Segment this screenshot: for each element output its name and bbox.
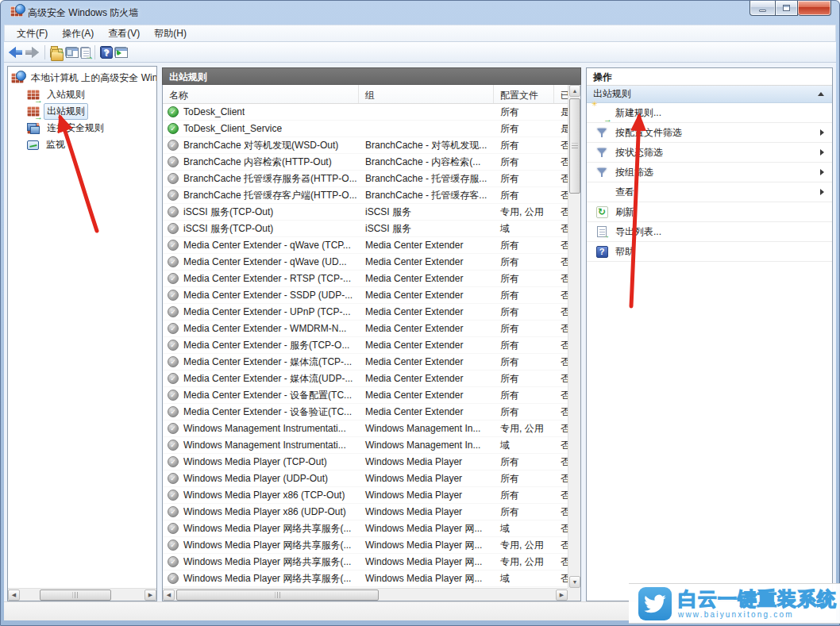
scroll-left-arrow[interactable]: ◀ xyxy=(163,590,175,601)
filter-icon xyxy=(596,167,607,178)
help-action[interactable]: 帮助 xyxy=(587,242,832,262)
rule-disabled-icon xyxy=(168,573,179,584)
actions-pane-title: 操作 xyxy=(587,68,832,86)
rule-row[interactable]: Windows Management Instrumentati... Wind… xyxy=(163,421,568,437)
refresh-action[interactable]: 刷新 xyxy=(587,202,832,222)
rule-profile: 所有 xyxy=(494,172,554,186)
rule-disabled-icon xyxy=(168,223,179,234)
rule-row[interactable]: Windows Media Player 网络共享服务(... Windows … xyxy=(163,570,568,587)
close-button[interactable] xyxy=(798,1,831,16)
rule-row[interactable]: Windows Media Player (UDP-Out) Windows M… xyxy=(163,470,568,487)
rule-enabled: 否 xyxy=(554,505,568,519)
export-list-action[interactable]: 导出列表... xyxy=(587,222,832,242)
rule-row[interactable]: BranchCache 托管缓存服务器(HTTP-O... BranchCach… xyxy=(163,171,568,187)
results-vertical-scrollbar[interactable]: ▲ ▼ xyxy=(568,85,580,588)
rule-enabled: 否 xyxy=(554,389,568,402)
rule-row[interactable]: Media Center Extender - 服务(TCP-O... Medi… xyxy=(163,337,568,354)
scroll-left-arrow[interactable]: ◀ xyxy=(8,590,20,601)
column-header-name[interactable]: 名称 xyxy=(163,85,359,103)
rule-row[interactable]: Media Center Extender - 设备配置(TC... Media… xyxy=(163,387,568,404)
restore-button[interactable] xyxy=(776,1,798,16)
tree-item[interactable]: 入站规则 xyxy=(8,86,156,103)
rule-row[interactable]: Media Center Extender - qWave (UD... Med… xyxy=(163,254,568,271)
chevron-up-icon[interactable] xyxy=(818,92,824,96)
help-button[interactable] xyxy=(100,46,112,58)
rule-group: Windows Media Player xyxy=(359,490,494,501)
scroll-up-arrow[interactable]: ▲ xyxy=(569,85,580,97)
column-header-enabled[interactable]: 已 xyxy=(554,85,568,103)
forward-button[interactable] xyxy=(25,47,40,58)
scroll-right-arrow[interactable]: ▶ xyxy=(144,590,156,601)
rule-enabled-icon xyxy=(168,106,179,117)
rule-row[interactable]: Windows Media Player 网络共享服务(... Windows … xyxy=(163,537,568,554)
rule-row[interactable]: BranchCache 对等机发现(WSD-Out) BranchCache -… xyxy=(163,137,568,154)
toolbar-separator[interactable] xyxy=(42,44,48,61)
export-list-button[interactable] xyxy=(80,47,90,58)
menu-action[interactable]: 操作(A) xyxy=(55,25,101,43)
show-console-tree-button[interactable] xyxy=(50,48,63,58)
rule-row[interactable]: Media Center Extender - 设备验证(TC... Media… xyxy=(163,404,568,421)
rule-disabled-icon xyxy=(168,173,179,184)
rule-name: Windows Media Player x86 (TCP-Out) xyxy=(183,490,345,501)
rule-row[interactable]: Windows Management Instrumentati... Wind… xyxy=(163,437,568,454)
rule-row[interactable]: BranchCache 内容检索(HTTP-Out) BranchCache -… xyxy=(163,154,568,171)
actions-section-header[interactable]: 出站规则 xyxy=(587,86,832,103)
rule-name: Media Center Extender - 服务(TCP-O... xyxy=(183,339,349,352)
filter-by-state-action[interactable]: 按状态筛选 xyxy=(587,143,832,163)
rule-row[interactable]: BranchCache 托管缓存客户端(HTTP-O... BranchCach… xyxy=(163,187,568,204)
rule-group: iSCSI 服务 xyxy=(359,205,494,219)
rule-enabled: 是 xyxy=(554,122,568,136)
rule-row[interactable]: Media Center Extender - qWave (TCP... Me… xyxy=(163,237,568,254)
scrollbar-thumb[interactable] xyxy=(176,590,379,601)
rule-disabled-icon xyxy=(168,406,179,417)
rule-row[interactable]: Windows Media Player x86 (TCP-Out) Windo… xyxy=(163,487,568,504)
rule-row[interactable]: Windows Media Player 网络共享服务(... Windows … xyxy=(163,554,568,570)
rule-row[interactable]: Windows Media Player (TCP-Out) Windows M… xyxy=(163,454,568,470)
minimize-button[interactable] xyxy=(749,1,776,16)
view-action[interactable]: 查看 xyxy=(587,182,832,202)
back-button[interactable] xyxy=(9,47,23,58)
rule-enabled: 否 xyxy=(554,439,568,452)
rule-group: Windows Management In... xyxy=(359,423,494,434)
tree-item[interactable]: 出站规则 xyxy=(8,103,156,120)
rule-row[interactable]: Media Center Extender - WMDRM-N... Media… xyxy=(163,321,568,337)
rule-row[interactable]: ToDesk_Client_Service 所有 是 xyxy=(163,121,568,137)
rule-row[interactable]: iSCSI 服务(TCP-Out) iSCSI 服务 域 否 xyxy=(163,221,568,237)
tree-root-item[interactable]: 本地计算机 上的高级安全 Win xyxy=(8,70,156,86)
scrollbar-thumb[interactable] xyxy=(40,590,111,601)
actions-pane: 操作 出站规则 新建规则... 按配置文件筛选 xyxy=(586,67,833,601)
scroll-down-arrow[interactable]: ▼ xyxy=(569,576,580,588)
rule-row[interactable]: Windows Media Player 网络共享服务(... Windows … xyxy=(163,520,568,537)
menu-help[interactable]: 帮助(H) xyxy=(147,25,194,43)
rule-row[interactable]: Media Center Extender - 媒体流(UDP-... Medi… xyxy=(163,371,568,387)
rule-profile: 所有 xyxy=(494,239,554,252)
watermark-title: 白云一键重装系统 xyxy=(678,589,837,609)
column-header-profile[interactable]: 配置文件 xyxy=(494,85,554,103)
rule-row[interactable]: ToDesk_Client 所有 是 xyxy=(163,104,568,121)
rule-row[interactable]: Media Center Extender - RTSP (TCP-... Me… xyxy=(163,271,568,287)
rule-row[interactable]: Media Center Extender - 媒体流(TCP-... Medi… xyxy=(163,354,568,371)
rule-row[interactable]: Windows Media Player x86 (UDP-Out) Windo… xyxy=(163,504,568,520)
column-header-group[interactable]: 组 xyxy=(359,85,494,103)
console-window-button[interactable] xyxy=(65,47,78,57)
rule-row[interactable]: Media Center Extender - UPnP (TCP-... Me… xyxy=(163,304,568,321)
tree-item[interactable]: 监视 xyxy=(8,136,156,153)
filter-by-group-action[interactable]: 按组筛选 xyxy=(587,163,832,182)
results-horizontal-scrollbar[interactable]: ◀ ▶ xyxy=(163,588,568,601)
rule-name: Media Center Extender - 媒体流(UDP-... xyxy=(183,372,353,386)
tree-item[interactable]: 连接安全规则 xyxy=(8,120,156,136)
filter-by-profile-action[interactable]: 按配置文件筛选 xyxy=(587,123,832,143)
menu-view[interactable]: 查看(V) xyxy=(101,25,147,43)
results-pane: 出站规则 名称 组 配置文件 已 ToDesk_Client xyxy=(162,67,581,601)
toolbar-separator[interactable] xyxy=(92,44,98,61)
rule-row[interactable]: Media Center Extender - SSDP (UDP-... Me… xyxy=(163,287,568,304)
new-rule-action[interactable]: 新建规则... xyxy=(587,103,832,123)
scrollbar-thumb[interactable] xyxy=(569,98,580,194)
scroll-right-arrow[interactable]: ▶ xyxy=(556,590,568,601)
back-arrow-icon xyxy=(9,47,23,58)
show-action-pane-button[interactable] xyxy=(114,47,127,57)
rule-row[interactable]: iSCSI 服务(TCP-Out) iSCSI 服务 专用, 公用 否 xyxy=(163,204,568,221)
tree-horizontal-scrollbar[interactable]: ◀ ▶ xyxy=(8,588,156,601)
rule-group: Windows Media Player xyxy=(359,473,494,484)
menu-file[interactable]: 文件(F) xyxy=(10,25,55,43)
